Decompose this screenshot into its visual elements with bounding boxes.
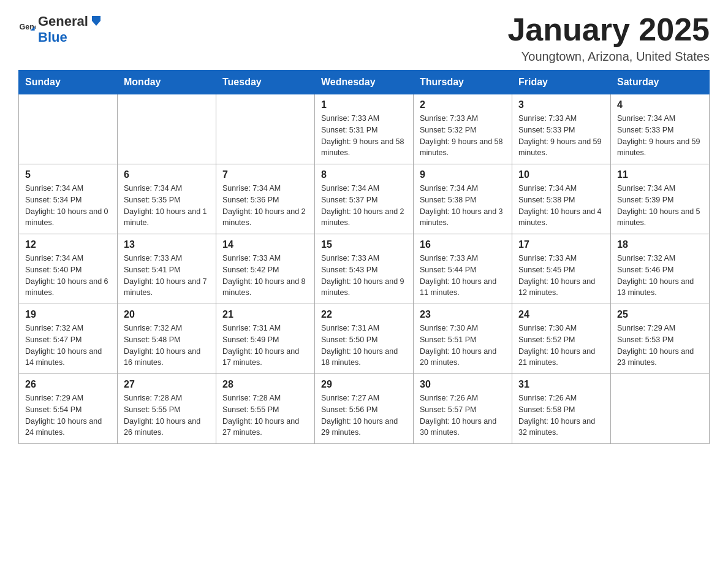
table-row: 17Sunrise: 7:33 AM Sunset: 5:45 PM Dayli… (512, 234, 611, 304)
header-wednesday: Wednesday (315, 71, 414, 94)
table-row: 19Sunrise: 7:32 AM Sunset: 5:47 PM Dayli… (19, 304, 118, 374)
calendar-week-row: 5Sunrise: 7:34 AM Sunset: 5:34 PM Daylig… (19, 164, 710, 234)
day-number: 2 (420, 99, 506, 110)
table-row: 21Sunrise: 7:31 AM Sunset: 5:49 PM Dayli… (216, 304, 315, 374)
day-number: 12 (25, 239, 111, 250)
day-number: 13 (124, 239, 210, 250)
day-number: 4 (617, 99, 703, 110)
table-row: 15Sunrise: 7:33 AM Sunset: 5:43 PM Dayli… (315, 234, 414, 304)
table-row: 28Sunrise: 7:28 AM Sunset: 5:55 PM Dayli… (216, 374, 315, 444)
table-row (611, 374, 710, 444)
day-info: Sunrise: 7:26 AM Sunset: 5:58 PM Dayligh… (518, 393, 604, 439)
calendar-week-row: 12Sunrise: 7:34 AM Sunset: 5:40 PM Dayli… (19, 234, 710, 304)
table-row (19, 94, 118, 164)
day-info: Sunrise: 7:34 AM Sunset: 5:38 PM Dayligh… (420, 183, 506, 229)
day-info: Sunrise: 7:29 AM Sunset: 5:54 PM Dayligh… (25, 393, 111, 439)
day-info: Sunrise: 7:34 AM Sunset: 5:39 PM Dayligh… (617, 183, 703, 229)
day-number: 8 (321, 169, 407, 180)
day-info: Sunrise: 7:30 AM Sunset: 5:52 PM Dayligh… (518, 323, 604, 369)
day-number: 17 (518, 239, 604, 250)
logo-text-general: General (38, 13, 88, 29)
day-info: Sunrise: 7:33 AM Sunset: 5:32 PM Dayligh… (420, 113, 506, 159)
header-thursday: Thursday (414, 71, 512, 94)
day-number: 24 (518, 309, 604, 320)
day-info: Sunrise: 7:33 AM Sunset: 5:31 PM Dayligh… (321, 113, 407, 159)
day-number: 7 (222, 169, 308, 180)
day-info: Sunrise: 7:34 AM Sunset: 5:36 PM Dayligh… (222, 183, 308, 229)
calendar-week-row: 19Sunrise: 7:32 AM Sunset: 5:47 PM Dayli… (19, 304, 710, 374)
day-info: Sunrise: 7:34 AM Sunset: 5:38 PM Dayligh… (518, 183, 604, 229)
day-number: 6 (124, 169, 210, 180)
table-row: 31Sunrise: 7:26 AM Sunset: 5:58 PM Dayli… (512, 374, 611, 444)
table-row: 16Sunrise: 7:33 AM Sunset: 5:44 PM Dayli… (414, 234, 512, 304)
day-number: 5 (25, 169, 111, 180)
table-row: 5Sunrise: 7:34 AM Sunset: 5:34 PM Daylig… (19, 164, 118, 234)
month-title: January 2025 (507, 12, 710, 47)
day-info: Sunrise: 7:34 AM Sunset: 5:35 PM Dayligh… (124, 183, 210, 229)
table-row: 7Sunrise: 7:34 AM Sunset: 5:36 PM Daylig… (216, 164, 315, 234)
table-row: 2Sunrise: 7:33 AM Sunset: 5:32 PM Daylig… (414, 94, 512, 164)
table-row: 10Sunrise: 7:34 AM Sunset: 5:38 PM Dayli… (512, 164, 611, 234)
day-number: 27 (124, 379, 210, 390)
table-row: 12Sunrise: 7:34 AM Sunset: 5:40 PM Dayli… (19, 234, 118, 304)
table-row: 1Sunrise: 7:33 AM Sunset: 5:31 PM Daylig… (315, 94, 414, 164)
day-number: 21 (222, 309, 308, 320)
table-row: 3Sunrise: 7:33 AM Sunset: 5:33 PM Daylig… (512, 94, 611, 164)
table-row: 26Sunrise: 7:29 AM Sunset: 5:54 PM Dayli… (19, 374, 118, 444)
day-info: Sunrise: 7:34 AM Sunset: 5:33 PM Dayligh… (617, 113, 703, 159)
table-row: 25Sunrise: 7:29 AM Sunset: 5:53 PM Dayli… (611, 304, 710, 374)
table-row (118, 94, 216, 164)
day-number: 1 (321, 99, 407, 110)
day-number: 14 (222, 239, 308, 250)
day-info: Sunrise: 7:28 AM Sunset: 5:55 PM Dayligh… (222, 393, 308, 439)
table-row: 23Sunrise: 7:30 AM Sunset: 5:51 PM Dayli… (414, 304, 512, 374)
day-number: 31 (518, 379, 604, 390)
table-row: 27Sunrise: 7:28 AM Sunset: 5:55 PM Dayli… (118, 374, 216, 444)
table-row: 6Sunrise: 7:34 AM Sunset: 5:35 PM Daylig… (118, 164, 216, 234)
table-row: 13Sunrise: 7:33 AM Sunset: 5:41 PM Dayli… (118, 234, 216, 304)
day-number: 26 (25, 379, 111, 390)
table-row: 22Sunrise: 7:31 AM Sunset: 5:50 PM Dayli… (315, 304, 414, 374)
table-row: 20Sunrise: 7:32 AM Sunset: 5:48 PM Dayli… (118, 304, 216, 374)
day-number: 23 (420, 309, 506, 320)
day-info: Sunrise: 7:34 AM Sunset: 5:34 PM Dayligh… (25, 183, 111, 229)
day-number: 3 (518, 99, 604, 110)
day-info: Sunrise: 7:28 AM Sunset: 5:55 PM Dayligh… (124, 393, 210, 439)
header-sunday: Sunday (19, 71, 118, 94)
header-saturday: Saturday (611, 71, 710, 94)
day-info: Sunrise: 7:31 AM Sunset: 5:49 PM Dayligh… (222, 323, 308, 369)
title-block: January 2025 Youngtown, Arizona, United … (507, 12, 710, 64)
day-info: Sunrise: 7:33 AM Sunset: 5:43 PM Dayligh… (321, 253, 407, 299)
day-info: Sunrise: 7:33 AM Sunset: 5:45 PM Dayligh… (518, 253, 604, 299)
logo-icon: General (18, 20, 36, 37)
calendar-week-row: 26Sunrise: 7:29 AM Sunset: 5:54 PM Dayli… (19, 374, 710, 444)
day-info: Sunrise: 7:26 AM Sunset: 5:57 PM Dayligh… (420, 393, 506, 439)
day-info: Sunrise: 7:27 AM Sunset: 5:56 PM Dayligh… (321, 393, 407, 439)
table-row (216, 94, 315, 164)
day-info: Sunrise: 7:31 AM Sunset: 5:50 PM Dayligh… (321, 323, 407, 369)
day-info: Sunrise: 7:33 AM Sunset: 5:33 PM Dayligh… (518, 113, 604, 159)
day-number: 9 (420, 169, 506, 180)
table-row: 18Sunrise: 7:32 AM Sunset: 5:46 PM Dayli… (611, 234, 710, 304)
day-number: 25 (617, 309, 703, 320)
table-row: 4Sunrise: 7:34 AM Sunset: 5:33 PM Daylig… (611, 94, 710, 164)
weekday-header-row: Sunday Monday Tuesday Wednesday Thursday… (19, 71, 710, 94)
table-row: 8Sunrise: 7:34 AM Sunset: 5:37 PM Daylig… (315, 164, 414, 234)
table-row: 24Sunrise: 7:30 AM Sunset: 5:52 PM Dayli… (512, 304, 611, 374)
day-number: 11 (617, 169, 703, 180)
day-number: 22 (321, 309, 407, 320)
day-number: 19 (25, 309, 111, 320)
day-info: Sunrise: 7:34 AM Sunset: 5:40 PM Dayligh… (25, 253, 111, 299)
day-info: Sunrise: 7:32 AM Sunset: 5:47 PM Dayligh… (25, 323, 111, 369)
day-info: Sunrise: 7:30 AM Sunset: 5:51 PM Dayligh… (420, 323, 506, 369)
day-info: Sunrise: 7:29 AM Sunset: 5:53 PM Dayligh… (617, 323, 703, 369)
day-number: 28 (222, 379, 308, 390)
day-info: Sunrise: 7:33 AM Sunset: 5:41 PM Dayligh… (124, 253, 210, 299)
logo: General General Blue (18, 12, 104, 45)
svg-marker-2 (92, 16, 100, 26)
table-row: 11Sunrise: 7:34 AM Sunset: 5:39 PM Dayli… (611, 164, 710, 234)
header-monday: Monday (118, 71, 216, 94)
day-info: Sunrise: 7:33 AM Sunset: 5:42 PM Dayligh… (222, 253, 308, 299)
day-number: 10 (518, 169, 604, 180)
calendar-week-row: 1Sunrise: 7:33 AM Sunset: 5:31 PM Daylig… (19, 94, 710, 164)
